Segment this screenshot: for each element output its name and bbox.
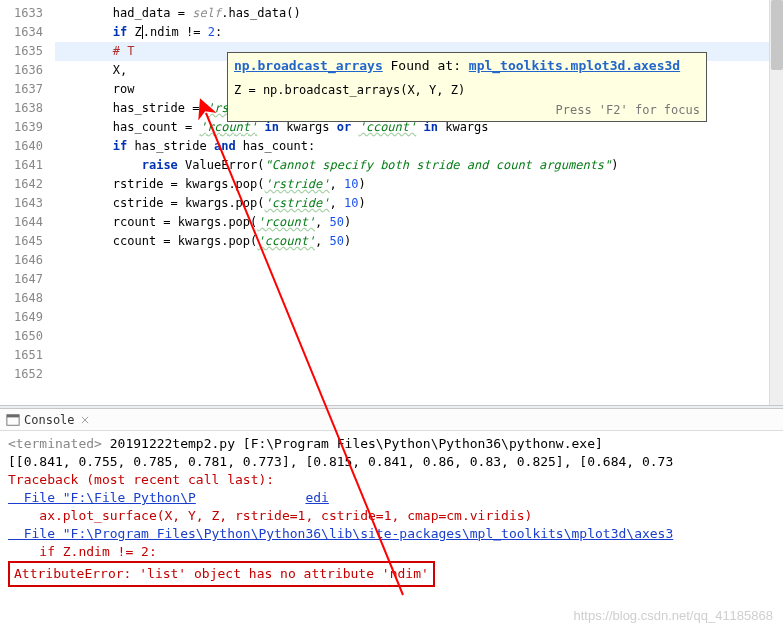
line-number: 1637 (0, 80, 55, 99)
line-number: 1649 (0, 308, 55, 327)
line-number: 1638 (0, 99, 55, 118)
console-error-message: AttributeError: 'list' object has no att… (14, 566, 429, 581)
console-traceback-header: Traceback (most recent call last): (8, 472, 274, 487)
console-run-config: 20191222temp2.py [F:\Program Files\Pytho… (110, 436, 603, 451)
tooltip-hint: Press 'F2' for focus (234, 102, 700, 119)
console-terminated-label: <terminated> (8, 436, 110, 451)
code-line[interactable]: rcount = kwargs.pop('rcount', 50) (55, 213, 783, 232)
console-trace-line: ax.plot_surface(X, Y, Z, rstride=1, cstr… (8, 508, 532, 523)
line-number: 1633 (0, 4, 55, 23)
line-number: 1651 (0, 346, 55, 365)
line-number-gutter: 1633163416351636163716381639164016411642… (0, 0, 55, 405)
line-number: 1641 (0, 156, 55, 175)
line-number: 1639 (0, 118, 55, 137)
line-number: 1634 (0, 23, 55, 42)
code-line[interactable]: ccount = kwargs.pop('ccount', 50) (55, 232, 783, 251)
line-number: 1640 (0, 137, 55, 156)
watermark: https://blog.csdn.net/qq_41185868 (574, 608, 774, 623)
console-trace-line: if Z.ndim != 2: (8, 544, 157, 559)
code-area[interactable]: had_data = self.has_data() if Z.ndim != … (55, 0, 783, 405)
scrollbar-thumb[interactable] (771, 0, 783, 70)
console-file-link[interactable]: File "F:\File Python\P (8, 490, 196, 505)
line-number: 1647 (0, 270, 55, 289)
quick-doc-tooltip[interactable]: np.broadcast_arrays Found at: mpl_toolki… (227, 52, 707, 122)
code-line[interactable]: had_data = self.has_data() (55, 4, 783, 23)
code-line[interactable]: raise ValueError("Cannot specify both st… (55, 156, 783, 175)
line-number: 1642 (0, 175, 55, 194)
line-number: 1650 (0, 327, 55, 346)
console-file-link[interactable]: File "F:\Program Files\Python\Python36\l… (8, 526, 673, 541)
code-editor[interactable]: 1633163416351636163716381639164016411642… (0, 0, 783, 405)
line-number: 1636 (0, 61, 55, 80)
line-number: 1643 (0, 194, 55, 213)
vertical-scrollbar[interactable] (769, 0, 783, 405)
line-number: 1652 (0, 365, 55, 384)
console-tab-label[interactable]: Console (24, 413, 75, 427)
code-line[interactable]: if Z.ndim != 2: (55, 23, 783, 42)
console-icon (6, 413, 20, 427)
tooltip-symbol-link[interactable]: np.broadcast_arrays (234, 58, 383, 73)
console-tab-bar: Console (0, 409, 783, 431)
tooltip-code-sample: Z = np.broadcast_arrays(X, Y, Z) (234, 82, 700, 99)
line-number: 1645 (0, 232, 55, 251)
console-stdout: [[0.841, 0.755, 0.785, 0.781, 0.773], [0… (8, 454, 673, 469)
line-number: 1644 (0, 213, 55, 232)
close-icon[interactable] (77, 412, 93, 428)
svg-rect-1 (7, 414, 19, 417)
line-number: 1635 (0, 42, 55, 61)
code-line[interactable]: rstride = kwargs.pop('rstride', 10) (55, 175, 783, 194)
tooltip-found-label: Found at: (383, 58, 469, 73)
line-number: 1648 (0, 289, 55, 308)
code-line[interactable]: if has_stride and has_count: (55, 137, 783, 156)
console-file-link[interactable]: edi (305, 490, 328, 505)
console-error-highlight: AttributeError: 'list' object has no att… (8, 561, 435, 587)
tooltip-location-link[interactable]: mpl_toolkits.mplot3d.axes3d (469, 58, 680, 73)
console-output[interactable]: <terminated> 20191222temp2.py [F:\Progra… (0, 431, 783, 595)
line-number: 1646 (0, 251, 55, 270)
code-line[interactable]: cstride = kwargs.pop('cstride', 10) (55, 194, 783, 213)
